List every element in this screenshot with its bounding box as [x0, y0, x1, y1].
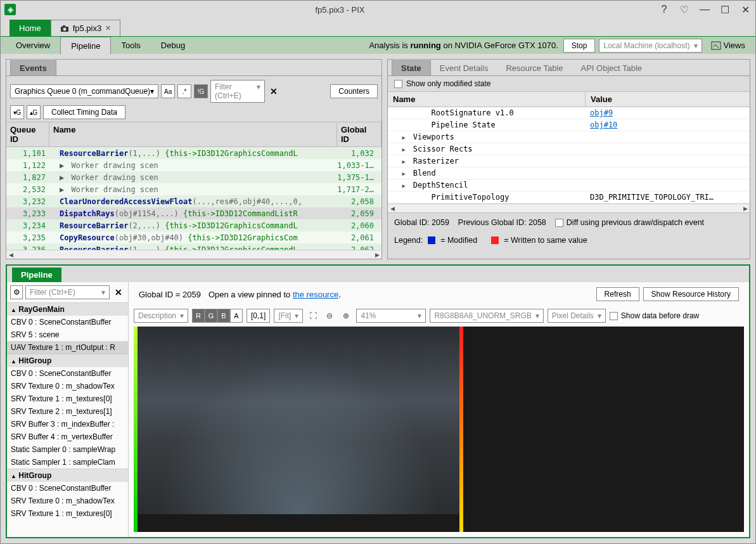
col-queue-id[interactable]: Queue ID	[6, 122, 49, 146]
pipeline-section-heading[interactable]: ▲ HitGroup	[7, 354, 128, 367]
diff-checkbox[interactable]	[555, 219, 563, 227]
fit-combo[interactable]: [Fit]	[274, 309, 303, 323]
home-tab[interactable]: Home	[10, 20, 51, 36]
counters-button[interactable]: Counters	[330, 84, 378, 98]
views-button[interactable]: Views	[706, 41, 750, 50]
state-value-link[interactable]: obj#9	[590, 108, 613, 117]
clear-filter-icon[interactable]: ✕	[267, 86, 280, 96]
pipeline-section-heading[interactable]: ▲ RayGenMain	[7, 302, 128, 316]
range-button[interactable]: [0,1]	[247, 309, 270, 323]
channel-r[interactable]: R	[192, 309, 205, 323]
event-row[interactable]: 3,232ClearUnorderedAccessViewFloat(...,r…	[6, 195, 381, 207]
heart-icon[interactable]: ♡	[678, 4, 691, 16]
col-name[interactable]: Name	[49, 122, 337, 146]
event-row[interactable]: 2,532▶ Worker drawing scen1,717-2…	[6, 183, 381, 195]
machine-combo[interactable]: Local Machine (localhost)	[599, 39, 702, 53]
event-row[interactable]: 3,233DispatchRays(obj#1154,...) {this->I…	[6, 207, 381, 219]
api-object-tab[interactable]: API Object Table	[572, 61, 651, 75]
expand-icon[interactable]: ⛶	[307, 309, 319, 322]
before-draw-checkbox[interactable]	[610, 312, 618, 320]
state-tab[interactable]: State	[392, 60, 431, 75]
g-up-button[interactable]: ▴G	[27, 105, 41, 119]
event-row[interactable]: 1,101ResourceBarrier(1,...) {this->ID3D1…	[6, 147, 381, 159]
pipeline-item[interactable]: CBV 0 : SceneConstantBuffer	[7, 367, 128, 380]
state-value-link[interactable]: obj#10	[590, 120, 617, 129]
scroll-right-icon[interactable]: ▶	[741, 205, 750, 212]
collect-timing-button[interactable]: Collect Timing Data	[43, 105, 125, 119]
pipeline-item[interactable]: SRV Texture 0 : m_shadowTex	[7, 380, 128, 392]
state-row[interactable]: Pipeline Stateobj#10	[388, 119, 750, 131]
state-row[interactable]: ▶ DepthStencil	[388, 179, 750, 191]
gear-icon[interactable]: ⚙	[10, 285, 23, 299]
state-grid[interactable]: RootSignature v1.0obj#9 Pipeline Stateob…	[388, 107, 750, 204]
channel-g[interactable]: G	[205, 309, 217, 323]
tab-debug[interactable]: Debug	[151, 37, 195, 55]
maximize-button[interactable]: ☐	[719, 4, 731, 16]
state-row[interactable]: ▶ Viewports	[388, 131, 750, 143]
pipeline-item[interactable]: SRV Texture 1 : m_textures[0]	[7, 392, 128, 405]
state-row[interactable]: PrimitiveTopologyD3D_PRIMITIVE_TOPOLOGY_…	[388, 191, 750, 204]
pipeline-section-heading[interactable]: ▲ HitGroup	[7, 469, 128, 482]
zoom-combo[interactable]: 41%	[356, 309, 426, 323]
zoom-in-icon[interactable]: ⊕	[340, 309, 352, 322]
event-row[interactable]: 3,235CopyResource(obj#30,obj#40) {this->…	[6, 231, 381, 243]
description-combo[interactable]: Description	[134, 309, 188, 323]
col-global-id[interactable]: Global ID	[337, 122, 381, 146]
resource-table-tab[interactable]: Resource Table	[497, 61, 572, 75]
events-filter[interactable]: Filter (Ctrl+E)	[210, 80, 265, 103]
pixel-details-combo[interactable]: Pixel Details	[548, 309, 606, 323]
event-row[interactable]: 3,236ResourceBarrier(1,...) {this->ID3D1…	[6, 243, 381, 250]
g-toggle[interactable]: !G	[194, 84, 208, 98]
clear-pipeline-filter-icon[interactable]: ✕	[112, 287, 125, 297]
render-view[interactable]	[134, 327, 744, 532]
g-down-button[interactable]: ▾G	[10, 105, 24, 119]
case-toggle[interactable]: Aa	[161, 84, 175, 98]
state-row[interactable]: RootSignature v1.0obj#9	[388, 107, 750, 119]
pipeline-filter[interactable]: Filter (Ctrl+E)	[25, 285, 110, 299]
pipeline-item[interactable]: SRV Buffer 4 : m_vertexBuffer	[7, 431, 128, 443]
pipeline-item[interactable]: Static Sampler 1 : sampleClam	[7, 456, 128, 469]
channel-b[interactable]: B	[217, 309, 230, 323]
scroll-left-icon[interactable]: ◀	[6, 252, 15, 258]
pipeline-item[interactable]: CBV 0 : SceneConstantBuffer	[7, 482, 128, 495]
refresh-button[interactable]: Refresh	[596, 287, 639, 301]
the-resource-link[interactable]: the resource	[293, 290, 338, 299]
channel-a[interactable]: A	[230, 309, 243, 323]
pipeline-tree[interactable]: ▲ RayGenMainCBV 0 : SceneConstantBufferS…	[7, 302, 128, 537]
show-only-modified-checkbox[interactable]	[394, 80, 402, 88]
state-col-name[interactable]: Name	[388, 92, 585, 107]
state-row[interactable]: ▶ Rasterizer	[388, 155, 750, 167]
pipeline-item[interactable]: UAV Texture 1 : m_rtOutput : R	[7, 341, 128, 354]
minimize-button[interactable]: —	[698, 4, 711, 16]
tab-tools[interactable]: Tools	[111, 37, 150, 55]
regex-toggle[interactable]: .*	[177, 84, 191, 98]
queue-combo[interactable]: Graphics Queue 0 (m_commandQueue)	[10, 84, 158, 98]
events-tab[interactable]: Events	[10, 60, 56, 75]
pipeline-item[interactable]: SRV 5 : scene	[7, 328, 128, 341]
tab-pipeline[interactable]: Pipeline	[60, 37, 111, 55]
event-details-tab[interactable]: Event Details	[431, 61, 497, 75]
pipeline-item[interactable]: SRV Texture 0 : m_shadowTex	[7, 495, 128, 507]
zoom-out-icon[interactable]: ⊖	[323, 309, 336, 322]
events-grid[interactable]: 1,101ResourceBarrier(1,...) {this->ID3D1…	[6, 147, 381, 250]
event-row[interactable]: 1,827▶ Worker drawing scen1,375-1…	[6, 171, 381, 183]
state-row[interactable]: ▶ Blend	[388, 167, 750, 179]
tab-overview[interactable]: Overview	[6, 37, 60, 55]
scroll-right-icon[interactable]: ▶	[373, 252, 381, 258]
pipeline-item[interactable]: CBV 0 : SceneConstantBuffer	[7, 316, 128, 328]
pipeline-item[interactable]: Static Sampler 0 : sampleWrap	[7, 443, 128, 456]
pipeline-item[interactable]: SRV Texture 2 : m_textures[1]	[7, 405, 128, 418]
file-tab[interactable]: fp5.pix3 ✕	[51, 20, 121, 36]
pipeline-tab[interactable]: Pipeline	[12, 268, 61, 282]
help-icon[interactable]: ?	[658, 4, 670, 16]
show-resource-history-button[interactable]: Show Resource History	[643, 287, 739, 301]
close-tab-icon[interactable]: ✕	[105, 24, 111, 32]
scroll-left-icon[interactable]: ◀	[388, 205, 397, 212]
state-h-scroll[interactable]: ◀ ▶	[388, 204, 750, 212]
state-col-value[interactable]: Value	[585, 92, 750, 107]
pipeline-item[interactable]: SRV Texture 1 : m_textures[0]	[7, 507, 128, 520]
events-h-scroll[interactable]: ◀ ▶	[6, 250, 381, 259]
pipeline-item[interactable]: SRV Buffer 3 : m_indexBuffer :	[7, 418, 128, 431]
format-combo[interactable]: R8G8B8A8_UNORM_SRGB	[430, 309, 543, 323]
stop-button[interactable]: Stop	[563, 39, 596, 53]
